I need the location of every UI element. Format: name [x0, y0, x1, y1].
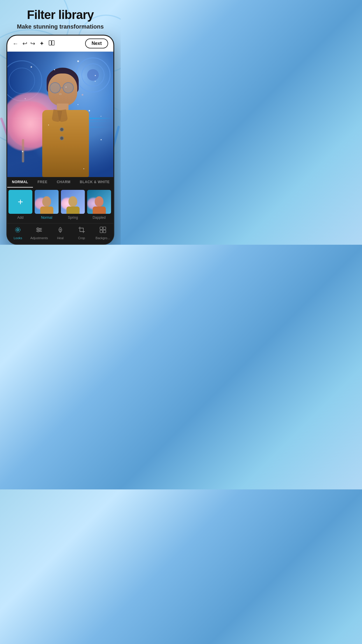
- thumb-person-spring: [64, 193, 82, 214]
- crop-icon: [78, 226, 85, 235]
- filter-tab-bw[interactable]: BLACK & WHITE: [75, 177, 113, 188]
- nav-item-heal[interactable]: Heal: [50, 226, 71, 240]
- photo-area: [7, 52, 113, 177]
- compare-icon[interactable]: [48, 40, 55, 48]
- svg-point-5: [17, 230, 18, 230]
- nav-label-adjustments: Adjustments: [30, 236, 48, 240]
- add-thumb: +: [8, 190, 32, 214]
- looks-icon: [14, 226, 21, 235]
- thumb-body: [40, 206, 53, 214]
- thumb-person: [38, 193, 55, 214]
- spring-thumb: [61, 190, 85, 214]
- filter-label-normal: Normal: [41, 216, 52, 220]
- adjustments-icon: [36, 226, 43, 235]
- nav-label-heal: Heal: [57, 236, 64, 240]
- filter-label-dappled: Dappled: [93, 216, 106, 220]
- svg-rect-15: [103, 227, 106, 230]
- svg-point-10: [39, 229, 41, 231]
- thumb-head-spring: [68, 196, 77, 206]
- title-area: Filter library Make stunning transformat…: [0, 0, 121, 35]
- svg-rect-14: [100, 227, 103, 230]
- filter-tab-normal[interactable]: NORMAL: [7, 177, 33, 188]
- filter-tab-free[interactable]: FREE: [33, 177, 52, 188]
- filter-thumbnails: + Add Normal Spring: [7, 188, 113, 223]
- nav-item-looks[interactable]: Looks: [7, 226, 29, 240]
- back-icon[interactable]: ←: [13, 40, 18, 47]
- thumb-body-dappled: [93, 206, 106, 214]
- undo-icon[interactable]: ↩: [22, 40, 27, 47]
- thumb-person-dappled: [90, 193, 108, 214]
- phone-toolbar: ← ↩ ↪ ✦ Next: [7, 36, 113, 52]
- filter-item-dappled[interactable]: Dappled: [86, 190, 112, 220]
- normal-thumb: [35, 190, 59, 214]
- heal-icon: [57, 226, 64, 235]
- filter-item-normal[interactable]: Normal: [34, 190, 60, 220]
- thumb-body-spring: [66, 206, 80, 214]
- redo-icon[interactable]: ↪: [30, 40, 35, 47]
- filter-tabs: NORMAL FREE CHARM BLACK & WHITE WHI: [7, 177, 113, 188]
- dappled-thumb: [87, 190, 111, 214]
- filter-item-add[interactable]: + Add: [7, 190, 34, 220]
- nav-item-background[interactable]: Backgro...: [92, 226, 113, 240]
- svg-point-9: [37, 228, 39, 229]
- bottom-nav: Looks Adjustments: [7, 223, 113, 244]
- nav-item-crop[interactable]: Crop: [71, 226, 92, 240]
- svg-rect-17: [103, 230, 106, 233]
- filter-tab-charm[interactable]: CHARM: [52, 177, 75, 188]
- magic-wand-icon[interactable]: ✦: [39, 40, 44, 47]
- page-title: Filter library: [6, 8, 115, 22]
- background-icon: [99, 226, 106, 235]
- filter-label-add: Add: [17, 216, 23, 220]
- thumb-head-dappled: [95, 196, 103, 206]
- svg-rect-1: [52, 41, 54, 45]
- nav-label-background: Backgro...: [96, 236, 110, 240]
- filter-item-spring[interactable]: Spring: [60, 190, 86, 220]
- next-button[interactable]: Next: [85, 38, 108, 48]
- filter-item-auto[interactable]: Auto: [112, 190, 113, 220]
- svg-rect-0: [49, 41, 51, 45]
- nav-label-looks: Looks: [14, 236, 22, 240]
- filter-label-spring: Spring: [68, 216, 78, 220]
- thumb-head: [42, 196, 51, 206]
- phone-mockup: ← ↩ ↪ ✦ Next: [6, 35, 114, 245]
- page-subtitle: Make stunning transformations: [6, 23, 115, 30]
- nav-item-adjustments[interactable]: Adjustments: [29, 226, 50, 240]
- svg-rect-16: [100, 230, 103, 233]
- toolbar-left: ← ↩ ↪ ✦: [13, 40, 55, 48]
- add-plus-icon: +: [18, 197, 23, 207]
- nav-label-crop: Crop: [78, 236, 85, 240]
- svg-point-11: [38, 231, 39, 232]
- undo-redo-group: ↩ ↪: [22, 40, 35, 47]
